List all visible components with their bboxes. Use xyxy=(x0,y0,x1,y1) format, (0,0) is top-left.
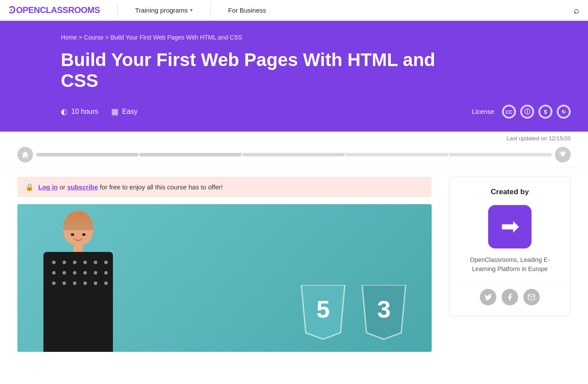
subscribe-link[interactable]: subscribe xyxy=(67,183,98,191)
login-alert-banner: 🔒 Log in or subscribe for free to enjoy … xyxy=(17,177,432,197)
breadcrumb-sep2: > xyxy=(105,34,110,41)
css3-shield: 3 xyxy=(358,285,410,343)
difficulty-meta: ▦ Easy xyxy=(111,107,138,116)
license-sa-badge: ↻ xyxy=(557,105,571,119)
last-updated-text: Last updated on 12/15/20 xyxy=(507,135,571,142)
breadcrumb-course[interactable]: Course xyxy=(84,34,103,41)
creator-logo[interactable]: ➟ xyxy=(488,205,532,248)
chart-icon: ▦ xyxy=(111,107,119,116)
license-by-badge: ⓘ xyxy=(520,105,534,119)
divider xyxy=(458,282,562,283)
hero-meta: ◐ 10 hours ▦ Easy License CC ⓘ xyxy=(61,105,571,119)
twitter-icon[interactable] xyxy=(480,289,496,305)
progress-bar-area xyxy=(0,142,588,168)
breadcrumb-sep1: > xyxy=(79,34,84,41)
search-icon[interactable]: ⌕ xyxy=(574,5,579,16)
instructor-figure xyxy=(43,211,113,352)
breadcrumb-home[interactable]: Home xyxy=(61,34,77,41)
svg-text:5: 5 xyxy=(316,295,330,323)
svg-text:↻: ↻ xyxy=(562,109,566,115)
main-content: 🔒 Log in or subscribe for free to enjoy … xyxy=(0,168,588,352)
logo-icon: Ͽ xyxy=(9,5,15,16)
progress-segment-4 xyxy=(347,153,449,156)
svg-text:$: $ xyxy=(544,109,547,115)
progress-segment-1 xyxy=(36,153,139,156)
breadcrumb: Home > Course > Build Your First Web Pag… xyxy=(61,34,571,41)
facebook-icon[interactable] xyxy=(502,289,518,305)
alert-text: Log in or subscribe for free to enjoy al… xyxy=(38,183,223,191)
svg-text:CC: CC xyxy=(505,109,512,115)
progress-bar xyxy=(36,153,552,156)
progress-segment-3 xyxy=(243,153,346,156)
progress-home-icon[interactable] xyxy=(17,147,33,162)
training-programs-label: Training programs xyxy=(135,7,188,14)
nav-divider xyxy=(117,4,118,17)
clock-icon: ◐ xyxy=(61,107,68,116)
html5-shield: 5 xyxy=(297,285,349,343)
training-programs-link[interactable]: Training programs ▾ xyxy=(135,7,193,14)
alert-or: or xyxy=(59,183,67,191)
duration-value: 10 hours xyxy=(71,108,98,116)
svg-text:3: 3 xyxy=(377,295,390,323)
course-video-thumbnail[interactable]: 5 3 xyxy=(17,204,432,352)
duration-meta: ◐ 10 hours xyxy=(61,107,98,116)
license-cc-badge: CC xyxy=(502,105,516,119)
page-title: Build Your First Web Pages With HTML and… xyxy=(61,50,452,92)
license-area: License CC ⓘ $ xyxy=(472,105,571,119)
email-icon[interactable] xyxy=(523,289,540,305)
difficulty-value: Easy xyxy=(122,108,138,116)
for-business-link[interactable]: For Business xyxy=(228,7,266,14)
created-by-heading: Created by xyxy=(458,188,562,196)
hero-section: Home > Course > Build Your First Web Pag… xyxy=(0,21,588,132)
content-left: 🔒 Log in or subscribe for free to enjoy … xyxy=(17,168,449,352)
progress-trophy-icon[interactable] xyxy=(555,147,571,162)
navbar: Ͽ OPENCLASSROOMS Training programs ▾ For… xyxy=(0,0,588,21)
login-link[interactable]: Log in xyxy=(38,183,58,191)
logo[interactable]: Ͽ OPENCLASSROOMS xyxy=(9,5,100,16)
lock-icon: 🔒 xyxy=(25,183,34,191)
creator-logo-symbol: ➟ xyxy=(501,214,519,239)
created-by-card: Created by ➟ OpenClassrooms, Leading E-L… xyxy=(449,177,571,316)
content-right-sidebar: Created by ➟ OpenClassrooms, Leading E-L… xyxy=(449,168,571,352)
license-label: License xyxy=(472,108,494,115)
social-icons-group xyxy=(458,289,562,305)
logo-text: OPENCLASSROOMS xyxy=(16,5,100,15)
svg-text:ⓘ: ⓘ xyxy=(524,108,531,115)
last-updated-area: Last updated on 12/15/20 xyxy=(0,132,588,142)
progress-segment-2 xyxy=(140,153,242,156)
alert-suffix: for free to enjoy all this course has to… xyxy=(100,183,223,191)
video-background: 5 3 xyxy=(17,204,432,352)
progress-segment-5 xyxy=(450,153,552,156)
chevron-down-icon: ▾ xyxy=(190,7,193,13)
nav-divider-2 xyxy=(210,4,211,17)
license-nc-badge: $ xyxy=(538,105,552,119)
breadcrumb-current: Build Your First Web Pages With HTML and… xyxy=(110,34,242,41)
creator-description: OpenClassrooms, Leading E-Learning Platf… xyxy=(458,255,562,274)
